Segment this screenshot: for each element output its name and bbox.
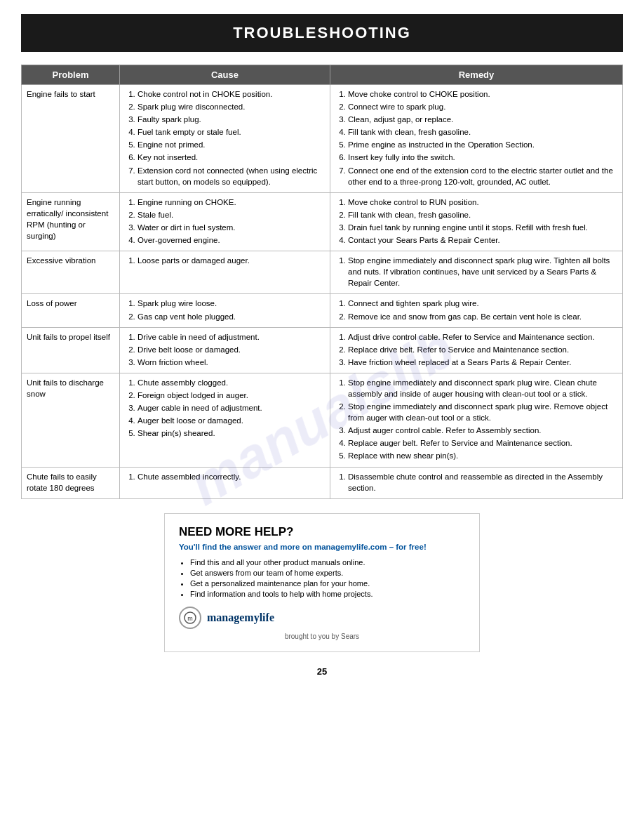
- remedy-cell: Adjust drive control cable. Refer to Ser…: [330, 327, 623, 373]
- table-row: Chute fails to easily rotate 180 degrees…: [22, 467, 623, 498]
- remedy-cell: Move choke control to RUN position.Fill …: [330, 192, 623, 251]
- cause-item: Drive belt loose or damaged.: [137, 344, 325, 355]
- remedy-item: Replace with new shear pin(s).: [348, 450, 617, 461]
- table-row: Engine running erratically/ inconsistent…: [22, 192, 623, 251]
- help-subtitle-link: managemylife.com: [314, 543, 387, 551]
- cause-cell: Loose parts or damaged auger.: [120, 251, 330, 294]
- remedy-item: Replace auger belt. Refer to Service and…: [348, 437, 617, 449]
- cause-item: Key not inserted.: [137, 152, 325, 163]
- help-bullet: Get a personalized maintenance plan for …: [190, 579, 465, 588]
- help-box: NEED MORE HELP? You'll find the answer a…: [164, 513, 480, 652]
- table-row: Loss of powerSpark plug wire loose.Gas c…: [22, 294, 623, 327]
- cause-item: Shear pin(s) sheared.: [137, 428, 325, 439]
- page-title-bar: TROUBLESHOOTING: [21, 14, 623, 52]
- problem-cell: Unit fails to discharge snow: [22, 373, 120, 467]
- remedy-cell: Move choke control to CHOKE position.Con…: [330, 85, 623, 193]
- remedy-item: Fill tank with clean, fresh gasoline.: [348, 126, 617, 138]
- cause-item: Engine not primed.: [137, 139, 325, 150]
- remedy-item: Connect and tighten spark plug wire.: [348, 298, 617, 309]
- remedy-item: Move choke control to CHOKE position.: [348, 88, 617, 100]
- remedy-item: Stop engine immediately and disconnect s…: [348, 377, 617, 399]
- help-bullet: Find this and all your other product man…: [190, 558, 465, 567]
- troubleshooting-table: Problem Cause Remedy Engine fails to sta…: [21, 65, 623, 499]
- remedy-item: Connect one end of the extension cord to…: [348, 165, 617, 187]
- help-bullets-list: Find this and all your other product man…: [179, 558, 465, 598]
- remedy-item: Adjust drive control cable. Refer to Ser…: [348, 331, 617, 343]
- page-number: 25: [21, 666, 623, 677]
- remedy-item: Contact your Sears Parts & Repair Center…: [348, 234, 617, 246]
- cause-item: Engine running on CHOKE.: [137, 197, 325, 208]
- table-row: Unit fails to propel itselfDrive cable i…: [22, 327, 623, 373]
- logo-circle-icon: m: [184, 611, 196, 624]
- help-title: NEED MORE HELP?: [179, 525, 465, 539]
- remedy-item: Drain fuel tank by running engine until …: [348, 222, 617, 233]
- cause-item: Chute assembled incorrectly.: [137, 471, 325, 482]
- remedy-cell: Connect and tighten spark plug wire.Remo…: [330, 294, 623, 327]
- help-subtitle-plain: You'll find the answer and more on: [179, 543, 314, 551]
- cause-item: Faulty spark plug.: [137, 114, 325, 125]
- remedy-item: Stop engine immediately and disconnect s…: [348, 401, 617, 423]
- cause-item: Choke control not in CHOKE position.: [137, 88, 325, 100]
- cause-item: Worn friction wheel.: [137, 357, 325, 368]
- cause-item: Over-governed engine.: [137, 234, 325, 246]
- cause-item: Fuel tank empty or stale fuel.: [137, 126, 325, 138]
- problem-cell: Engine running erratically/ inconsistent…: [22, 192, 120, 251]
- cause-cell: Spark plug wire loose.Gas cap vent hole …: [120, 294, 330, 327]
- remedy-item: Remove ice and snow from gas cap. Be cer…: [348, 311, 617, 322]
- help-subtitle-end: – for free!: [387, 543, 426, 551]
- cause-item: Extension cord not connected (when using…: [137, 165, 325, 187]
- help-bullet: Get answers from our team of home expert…: [190, 569, 465, 577]
- problem-cell: Unit fails to propel itself: [22, 327, 120, 373]
- cause-item: Water or dirt in fuel system.: [137, 222, 325, 233]
- problem-cell: Excessive vibration: [22, 251, 120, 294]
- remedy-item: Adjust auger control cable. Refer to Ass…: [348, 425, 617, 436]
- page-title: TROUBLESHOOTING: [28, 24, 616, 42]
- remedy-item: Fill tank with clean, fresh gasoline.: [348, 209, 617, 220]
- cause-item: Drive cable in need of adjustment.: [137, 331, 325, 343]
- remedy-item: Clean, adjust gap, or replace.: [348, 114, 617, 125]
- cause-cell: Chute assembled incorrectly.: [120, 467, 330, 498]
- cause-item: Auger cable in need of adjustment.: [137, 402, 325, 413]
- remedy-cell: Stop engine immediately and disconnect s…: [330, 373, 623, 467]
- table-row: Excessive vibrationLoose parts or damage…: [22, 251, 623, 294]
- col-problem: Problem: [22, 65, 120, 85]
- cause-item: Spark plug wire disconnected.: [137, 101, 325, 112]
- help-subtitle: You'll find the answer and more on manag…: [179, 543, 465, 551]
- remedy-item: Have friction wheel replaced at a Sears …: [348, 357, 617, 368]
- cause-item: Loose parts or damaged auger.: [137, 255, 325, 266]
- remedy-item: Prime engine as instructed in the Operat…: [348, 139, 617, 150]
- table-row: Unit fails to discharge snowChute assemb…: [22, 373, 623, 467]
- table-row: Engine fails to startChoke control not i…: [22, 85, 623, 193]
- cause-item: Stale fuel.: [137, 209, 325, 220]
- problem-cell: Chute fails to easily rotate 180 degrees: [22, 467, 120, 498]
- problem-cell: Engine fails to start: [22, 85, 120, 193]
- col-cause: Cause: [120, 65, 330, 85]
- remedy-item: Move choke control to RUN position.: [348, 197, 617, 208]
- cause-item: Spark plug wire loose.: [137, 298, 325, 309]
- cause-cell: Chute assembly clogged.Foreign object lo…: [120, 373, 330, 467]
- remedy-item: Insert key fully into the switch.: [348, 152, 617, 163]
- brought-by: brought to you by Sears: [179, 633, 465, 640]
- problem-cell: Loss of power: [22, 294, 120, 327]
- cause-item: Foreign object lodged in auger.: [137, 390, 325, 401]
- logo-circle: m: [179, 607, 201, 629]
- remedy-item: Stop engine immediately and disconnect s…: [348, 255, 617, 289]
- remedy-cell: Stop engine immediately and disconnect s…: [330, 251, 623, 294]
- svg-text:m: m: [187, 615, 193, 622]
- col-remedy: Remedy: [330, 65, 623, 85]
- cause-item: Gas cap vent hole plugged.: [137, 311, 325, 322]
- remedy-item: Connect wire to spark plug.: [348, 101, 617, 112]
- cause-item: Chute assembly clogged.: [137, 377, 325, 388]
- cause-item: Auger belt loose or damaged.: [137, 415, 325, 426]
- cause-cell: Drive cable in need of adjustment.Drive …: [120, 327, 330, 373]
- help-bullet: Find information and tools to help with …: [190, 590, 465, 598]
- managemylife-logo: m managemylife: [179, 607, 465, 629]
- cause-cell: Choke control not in CHOKE position.Spar…: [120, 85, 330, 193]
- remedy-item: Replace drive belt. Refer to Service and…: [348, 344, 617, 355]
- cause-cell: Engine running on CHOKE.Stale fuel.Water…: [120, 192, 330, 251]
- remedy-cell: Disassemble chute control and reassemble…: [330, 467, 623, 498]
- logo-brand-text: managemylife: [207, 611, 274, 624]
- remedy-item: Disassemble chute control and reassemble…: [348, 471, 617, 494]
